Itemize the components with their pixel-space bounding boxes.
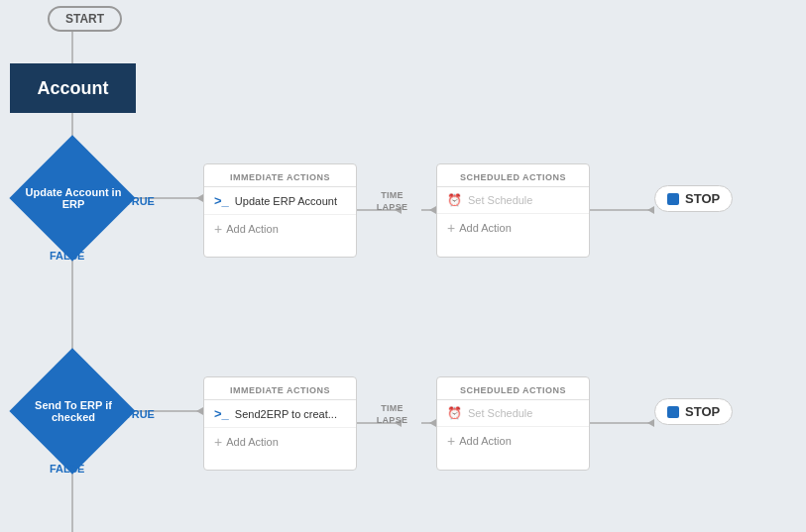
add-action-label-3: Add Action [226, 436, 279, 448]
imm-box-1-add[interactable]: + Add Action [204, 215, 356, 243]
add-action-label-1: Add Action [226, 223, 279, 235]
imm-box-1-header: IMMEDIATE ACTIONS [204, 164, 356, 187]
scheduled-actions-box-1: SCHEDULED ACTIONS ⏰ Set Schedule + Add A… [436, 163, 590, 258]
svg-marker-13 [196, 194, 203, 202]
diamond-1[interactable]: Update Account in ERP [14, 154, 133, 243]
add-action-label-4: Add Action [459, 435, 512, 447]
terminal-icon-1: >_ [214, 193, 229, 208]
scheduled-actions-box-2: SCHEDULED ACTIONS ⏰ Set Schedule + Add A… [436, 376, 590, 471]
sched-box-2-add[interactable]: + Add Action [437, 427, 589, 455]
diamond-2[interactable]: Send To ERP if checked [14, 367, 133, 456]
add-action-label-2: Add Action [459, 222, 512, 234]
sched-box-1-header: SCHEDULED ACTIONS [437, 164, 589, 187]
imm-box-2-add[interactable]: + Add Action [204, 428, 356, 456]
imm-box-1-action[interactable]: >_ Update ERP Account [204, 187, 356, 215]
imm-box-2-header: IMMEDIATE ACTIONS [204, 377, 356, 400]
immediate-actions-box-1: IMMEDIATE ACTIONS >_ Update ERP Account … [203, 163, 357, 258]
account-block[interactable]: Account [10, 63, 136, 113]
stop-label-1: STOP [685, 191, 720, 206]
sched-box-1-add[interactable]: + Add Action [437, 214, 589, 242]
diamond-1-true-label: TRUE [125, 195, 155, 207]
diamond-1-label: Update Account in ERP [14, 186, 133, 210]
svg-marker-20 [647, 419, 654, 427]
immediate-actions-box-2: IMMEDIATE ACTIONS >_ Send2ERP to creat..… [203, 376, 357, 471]
plus-icon-1: + [214, 221, 222, 237]
plus-icon-4: + [447, 433, 455, 449]
stop-button-1[interactable]: STOP [654, 185, 733, 212]
stop-icon-1 [667, 193, 679, 205]
diamond-2-true-label: TRUE [125, 408, 155, 420]
account-label: Account [38, 78, 109, 99]
time-lapse-label-2: TIMELAPSE [365, 403, 419, 426]
diamond-2-false-label: FALSE [50, 463, 84, 475]
sched-box-2-header: SCHEDULED ACTIONS [437, 377, 589, 400]
stop-label-2: STOP [685, 404, 720, 419]
clock-icon-2: ⏰ [447, 406, 462, 420]
diamond-2-label: Send To ERP if checked [14, 399, 133, 423]
svg-marker-17 [196, 407, 203, 415]
start-label: START [65, 12, 104, 26]
sched-box-1-schedule[interactable]: ⏰ Set Schedule [437, 187, 589, 214]
start-node: START [48, 6, 122, 32]
set-schedule-label-1: Set Schedule [468, 194, 532, 206]
stop-button-2[interactable]: STOP [654, 398, 733, 425]
diamond-1-false-label: FALSE [50, 250, 84, 262]
svg-marker-19 [429, 419, 436, 427]
workflow-canvas: START Account Update Account in ERP TRUE… [0, 0, 806, 532]
imm-action-label-2: Send2ERP to creat... [235, 408, 337, 420]
plus-icon-3: + [214, 434, 222, 450]
set-schedule-label-2: Set Schedule [468, 407, 532, 419]
imm-action-label-1: Update ERP Account [235, 195, 337, 207]
stop-icon-2 [667, 406, 679, 418]
imm-box-2-action[interactable]: >_ Send2ERP to creat... [204, 400, 356, 428]
sched-box-2-schedule[interactable]: ⏰ Set Schedule [437, 400, 589, 427]
terminal-icon-2: >_ [214, 406, 229, 421]
svg-marker-16 [647, 206, 654, 214]
clock-icon-1: ⏰ [447, 193, 462, 207]
plus-icon-2: + [447, 220, 455, 236]
svg-marker-15 [429, 206, 436, 214]
time-lapse-label-1: TIMELAPSE [365, 190, 419, 213]
